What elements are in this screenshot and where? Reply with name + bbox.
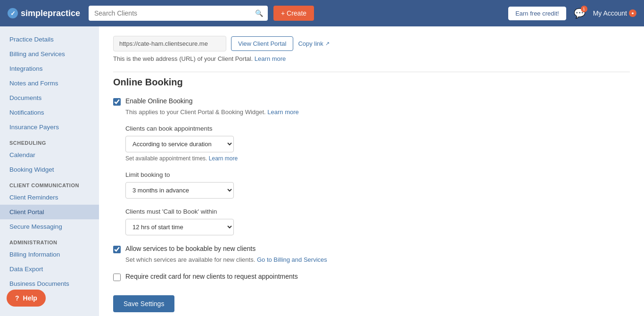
enable-booking-learn-more[interactable]: Learn more [267, 108, 298, 116]
require-credit-label[interactable]: Require credit card for new clients to r… [125, 273, 298, 280]
enable-booking-label[interactable]: Enable Online Booking [125, 97, 192, 105]
view-portal-button[interactable]: View Client Portal [231, 36, 293, 51]
sidebar-item-practice-details[interactable]: Practice Details [0, 32, 99, 47]
logo: ✓ simplepractice [8, 8, 83, 18]
booking-type-select[interactable]: According to service duration At specifi… [125, 136, 234, 152]
url-description: This is the web address (URL) of your Cl… [113, 55, 630, 62]
limit-booking-label: Limit booking to [125, 171, 630, 178]
set-available-hint: Set available appointment times. Learn m… [125, 155, 630, 162]
go-to-billing-link[interactable]: Go to Billing and Services [257, 256, 327, 263]
booking-type-group: Clients can book appointments According … [125, 125, 630, 162]
content-area: https://cate-ham.clientsecure.me View Cl… [99, 26, 644, 316]
external-link-icon: ↗ [325, 41, 330, 47]
sidebar-item-client-reminders[interactable]: Client Reminders [0, 190, 99, 205]
sidebar-item-secure-messaging[interactable]: Secure Messaging [0, 219, 99, 234]
allow-new-clients-label[interactable]: Allow services to be bookable by new cli… [125, 245, 256, 252]
client-comm-section-label: CLIENT COMMUNICATION [0, 177, 99, 190]
admin-section-label: ADMINISTRATION [0, 234, 99, 247]
save-button[interactable]: Save Settings [113, 295, 174, 312]
create-button[interactable]: + Create [273, 6, 314, 21]
my-account[interactable]: My Account ● [593, 9, 636, 17]
search-input[interactable] [89, 6, 268, 21]
logo-text: simplepractice [21, 8, 80, 18]
sidebar-item-business-docs[interactable]: Business Documents [0, 276, 99, 291]
scheduling-section-label: SCHEDULING [0, 134, 99, 148]
search-container: 🔍 [89, 6, 268, 21]
require-credit-row: Require credit card for new clients to r… [113, 273, 630, 281]
sidebar-item-notifications[interactable]: Notifications [0, 105, 99, 120]
section-title: Online Booking [113, 77, 630, 88]
account-badge: ● [629, 9, 636, 17]
header: ✓ simplepractice 🔍 + Create Earn free cr… [0, 0, 644, 26]
enable-booking-row: Enable Online Booking [113, 97, 630, 106]
copy-link[interactable]: Copy link ↗ [298, 40, 329, 47]
limit-booking-group: Limit booking to 1 month in advance 2 mo… [125, 171, 630, 199]
sidebar-item-data-export[interactable]: Data Export [0, 262, 99, 276]
sidebar: Practice Details Billing and Services In… [0, 26, 99, 316]
call-to-book-group: Clients must 'Call to Book' within Never… [125, 208, 630, 235]
sidebar-item-notes-forms[interactable]: Notes and Forms [0, 76, 99, 91]
sidebar-item-insurance-payers[interactable]: Insurance Payers [0, 120, 99, 134]
portal-url-display: https://cate-ham.clientsecure.me [113, 36, 226, 51]
allow-new-clients-desc: Set which services are available for new… [125, 256, 630, 263]
sidebar-item-integrations[interactable]: Integrations [0, 61, 99, 76]
notification-badge: 1 [581, 6, 587, 12]
call-to-book-label: Clients must 'Call to Book' within [125, 208, 630, 215]
sidebar-item-booking-widget[interactable]: Booking Widget [0, 162, 99, 177]
require-credit-checkbox[interactable] [113, 274, 121, 281]
sidebar-item-documents[interactable]: Documents [0, 91, 99, 105]
help-icon: ? [15, 294, 19, 302]
clients-book-label: Clients can book appointments [125, 125, 630, 132]
call-to-book-select[interactable]: Never 6 hrs of start time 12 hrs of star… [125, 219, 234, 235]
sidebar-item-calendar[interactable]: Calendar [0, 148, 99, 162]
enable-booking-desc: This applies to your Client Portal & Boo… [125, 108, 630, 116]
header-right: Earn free credit! 💬 1 My Account ● [508, 7, 636, 20]
enable-booking-checkbox[interactable] [113, 98, 121, 106]
sidebar-item-billing-info[interactable]: Billing Information [0, 247, 99, 262]
set-available-learn-more[interactable]: Learn more [209, 155, 238, 162]
notifications-icon[interactable]: 💬 1 [574, 8, 586, 19]
allow-new-clients-checkbox[interactable] [113, 246, 121, 253]
allow-new-clients-row: Allow services to be bookable by new cli… [113, 245, 630, 253]
layout: Practice Details Billing and Services In… [0, 26, 644, 316]
limit-booking-select[interactable]: 1 month in advance 2 months in advance 3… [125, 182, 234, 199]
search-icon: 🔍 [255, 9, 263, 17]
learn-more-link-url[interactable]: Learn more [255, 55, 286, 62]
logo-icon: ✓ [8, 8, 18, 18]
url-section: https://cate-ham.clientsecure.me View Cl… [113, 36, 630, 72]
main-content: https://cate-ham.clientsecure.me View Cl… [99, 26, 644, 316]
sidebar-item-billing-services[interactable]: Billing and Services [0, 47, 99, 61]
earn-credit-button[interactable]: Earn free credit! [508, 7, 566, 20]
help-button[interactable]: ? Help [7, 290, 46, 307]
sidebar-item-client-portal[interactable]: Client Portal [0, 205, 99, 219]
